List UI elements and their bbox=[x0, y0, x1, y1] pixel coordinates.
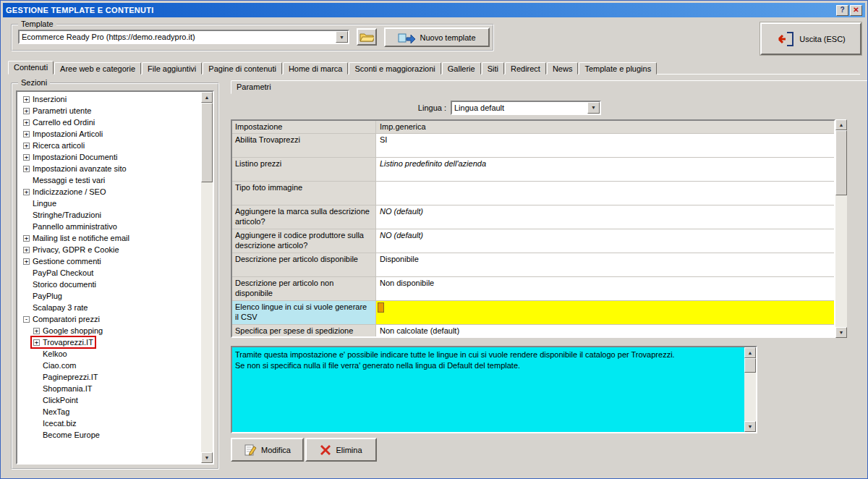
new-template-button[interactable]: Nuovo template bbox=[384, 27, 490, 47]
tree-node[interactable]: Ciao.com bbox=[32, 360, 77, 370]
tree-node[interactable]: Kelkoo bbox=[32, 349, 69, 359]
close-button[interactable]: ✕ bbox=[850, 5, 862, 16]
tree-node[interactable]: +Parametri utente bbox=[22, 106, 93, 116]
tree-item-stringhe-traduzioni[interactable]: Stringhe/Traduzioni bbox=[19, 209, 200, 221]
tree-item-clickpoint[interactable]: ClickPoint bbox=[19, 394, 200, 406]
tree-node[interactable]: PayPal Checkout bbox=[22, 268, 95, 278]
tree-node[interactable]: +Inserzioni bbox=[22, 94, 68, 104]
tree-item-inserzioni[interactable]: +Inserzioni bbox=[19, 93, 200, 105]
param-row-descrizione-per-articolo-non-disponibile[interactable]: Descrizione per articolo non disponibile… bbox=[232, 277, 834, 301]
tree-node[interactable]: Pagineprezzi.IT bbox=[32, 372, 99, 382]
tab-file-aggiuntivi[interactable]: File aggiuntivi bbox=[142, 62, 202, 75]
scroll-down-icon[interactable]: ▼ bbox=[744, 421, 756, 432]
tree-node[interactable]: +Indicizzazione / SEO bbox=[22, 187, 108, 197]
dropdown-arrow-icon[interactable]: ▼ bbox=[336, 31, 348, 43]
param-row-aggiungere-la-marca-sulla-descrizione-articolo[interactable]: Aggiungere la marca sulla descrizione ar… bbox=[232, 205, 834, 229]
tree-item-storico-documenti[interactable]: Storico documenti bbox=[19, 279, 200, 290]
tree-node[interactable]: +Carrello ed Ordini bbox=[22, 117, 96, 127]
tree-item-gestione-commenti[interactable]: +Gestione commenti bbox=[19, 255, 200, 267]
scroll-thumb[interactable] bbox=[744, 358, 756, 373]
param-row-listino-prezzi[interactable]: Listino prezziListino predefinito dell'a… bbox=[232, 158, 834, 182]
tree-node[interactable]: Stringhe/Traduzioni bbox=[22, 210, 103, 220]
tree-item-messaggi-e-testi-vari[interactable]: Messaggi e testi vari bbox=[19, 174, 200, 186]
tab-home-di-marca[interactable]: Home di marca bbox=[283, 62, 349, 75]
modify-button[interactable]: Modifica bbox=[231, 438, 304, 462]
tree-item-icecat-biz[interactable]: Icecat.biz bbox=[19, 417, 200, 429]
tree-node[interactable]: ClickPoint bbox=[32, 395, 80, 405]
tree-item-carrello-ed-ordini[interactable]: +Carrello ed Ordini bbox=[19, 116, 200, 128]
tree-node[interactable]: +Impostazioni Documenti bbox=[22, 152, 119, 162]
tree-node[interactable]: +Impostazioni Articoli bbox=[22, 129, 104, 139]
tree-node[interactable]: -Comparatori prezzi bbox=[22, 314, 101, 324]
tab-aree-web-e-categorie[interactable]: Aree web e categorie bbox=[54, 62, 141, 75]
expand-icon[interactable]: + bbox=[23, 96, 30, 103]
tree-item-scalapay-3-rate[interactable]: Scalapay 3 rate bbox=[19, 302, 200, 313]
dropdown-arrow-icon[interactable]: ▼ bbox=[587, 102, 600, 114]
tree-node[interactable]: +Impostazioni avanzate sito bbox=[22, 164, 128, 174]
expand-icon[interactable]: + bbox=[23, 131, 30, 137]
tree-node[interactable]: +Google shopping bbox=[32, 326, 104, 336]
tree-node[interactable]: Become Europe bbox=[32, 430, 101, 440]
scroll-down-icon[interactable]: ▼ bbox=[835, 327, 847, 338]
table-scrollbar[interactable]: ▲ ▼ bbox=[835, 119, 847, 338]
expand-icon[interactable]: + bbox=[23, 247, 30, 253]
tree-item-pagineprezzi-it[interactable]: Pagineprezzi.IT bbox=[19, 371, 200, 383]
param-row-tipo-foto-immagine[interactable]: Tipo foto immagine bbox=[232, 182, 834, 205]
tree-item-lingue[interactable]: Lingue bbox=[19, 198, 200, 209]
scroll-track[interactable] bbox=[201, 103, 213, 452]
tree-item-kelkoo[interactable]: Kelkoo bbox=[19, 348, 200, 360]
expand-icon[interactable]: + bbox=[23, 143, 30, 149]
scroll-down-icon[interactable]: ▼ bbox=[201, 452, 213, 463]
tree-item-indicizzazione-seo[interactable]: +Indicizzazione / SEO bbox=[19, 186, 200, 198]
tree-item-trovaprezzi-it[interactable]: +Trovaprezzi.IT bbox=[19, 336, 200, 348]
tree-item-mailing-list-e-notifiche-email[interactable]: +Mailing list e notifiche email bbox=[19, 232, 200, 244]
tab-gallerie[interactable]: Gallerie bbox=[442, 62, 481, 75]
tree-node[interactable]: Lingue bbox=[22, 198, 58, 208]
tree-node[interactable]: +Mailing list e notifiche email bbox=[22, 233, 131, 243]
tree-item-become-europe[interactable]: Become Europe bbox=[19, 429, 200, 441]
expand-icon[interactable]: + bbox=[23, 258, 30, 265]
tree-item-comparatori-prezzi[interactable]: -Comparatori prezzi bbox=[19, 313, 200, 325]
param-row-descrizione-per-articolo-disponibile[interactable]: Descrizione per articolo disponibileDisp… bbox=[232, 253, 834, 277]
tree-node[interactable]: +Ricerca articoli bbox=[22, 140, 86, 151]
tree-node[interactable]: +Privacy, GDPR e Cookie bbox=[22, 245, 121, 255]
scroll-up-icon[interactable]: ▲ bbox=[744, 347, 756, 358]
tree-node[interactable]: Pannello amministrativo bbox=[22, 221, 119, 232]
param-row-aggiungere-il-codice-produttore-sulla-descrizione-articolo[interactable]: Aggiungere il codice produttore sulla de… bbox=[232, 229, 834, 253]
tree-node[interactable]: PayPlug bbox=[22, 291, 64, 301]
tree-item-ciao-com[interactable]: Ciao.com bbox=[19, 360, 200, 371]
help-button[interactable]: ? bbox=[836, 5, 848, 16]
expand-icon[interactable]: + bbox=[33, 339, 40, 346]
tree-item-nextag[interactable]: NexTag bbox=[19, 406, 200, 417]
template-select[interactable]: Ecommerce Ready Pro (https://demo.readyp… bbox=[18, 30, 349, 44]
tree-item-impostazioni-documenti[interactable]: +Impostazioni Documenti bbox=[19, 151, 200, 163]
tree-item-privacy-gdpr-e-cookie[interactable]: +Privacy, GDPR e Cookie bbox=[19, 244, 200, 255]
expand-icon[interactable]: + bbox=[23, 189, 30, 195]
tree-node[interactable]: Storico documenti bbox=[22, 279, 98, 289]
tree-node[interactable]: Icecat.biz bbox=[32, 418, 77, 428]
tab-template-e-plugins[interactable]: Template e plugins bbox=[579, 62, 657, 75]
tree-item-paypal-checkout[interactable]: PayPal Checkout bbox=[19, 267, 200, 279]
tab-contenuti[interactable]: Contenuti bbox=[8, 61, 54, 75]
expand-icon[interactable]: + bbox=[23, 154, 30, 161]
scroll-thumb[interactable] bbox=[835, 130, 847, 195]
param-row-abilita-trovaprezzi[interactable]: Abilita TrovaprezziSI bbox=[232, 134, 834, 158]
scroll-track[interactable] bbox=[835, 130, 847, 327]
tree-item-google-shopping[interactable]: +Google shopping bbox=[19, 325, 200, 336]
expand-icon[interactable]: + bbox=[23, 108, 30, 114]
tab-news[interactable]: News bbox=[547, 62, 579, 75]
tree-node[interactable]: Scalapay 3 rate bbox=[22, 302, 89, 313]
tree-node[interactable]: Messaggi e testi vari bbox=[22, 175, 106, 185]
sections-scrollbar[interactable]: ▲ ▼ bbox=[201, 92, 213, 463]
expand-icon[interactable]: + bbox=[23, 166, 30, 172]
tree-node[interactable]: +Gestione commenti bbox=[22, 256, 103, 266]
tab-sconti-e-maggiorazioni[interactable]: Sconti e maggiorazioni bbox=[349, 62, 441, 75]
expand-icon[interactable]: + bbox=[23, 235, 30, 242]
delete-button[interactable]: Elimina bbox=[305, 438, 377, 462]
tab-redirect[interactable]: Redirect bbox=[505, 62, 546, 75]
tree-item-parametri-utente[interactable]: +Parametri utente bbox=[19, 105, 200, 116]
scroll-up-icon[interactable]: ▲ bbox=[835, 119, 847, 130]
tree-item-shopmania-it[interactable]: Shopmania.IT bbox=[19, 383, 200, 394]
tree-item-impostazioni-avanzate-sito[interactable]: +Impostazioni avanzate sito bbox=[19, 163, 200, 174]
tree-node[interactable]: NexTag bbox=[32, 407, 71, 417]
